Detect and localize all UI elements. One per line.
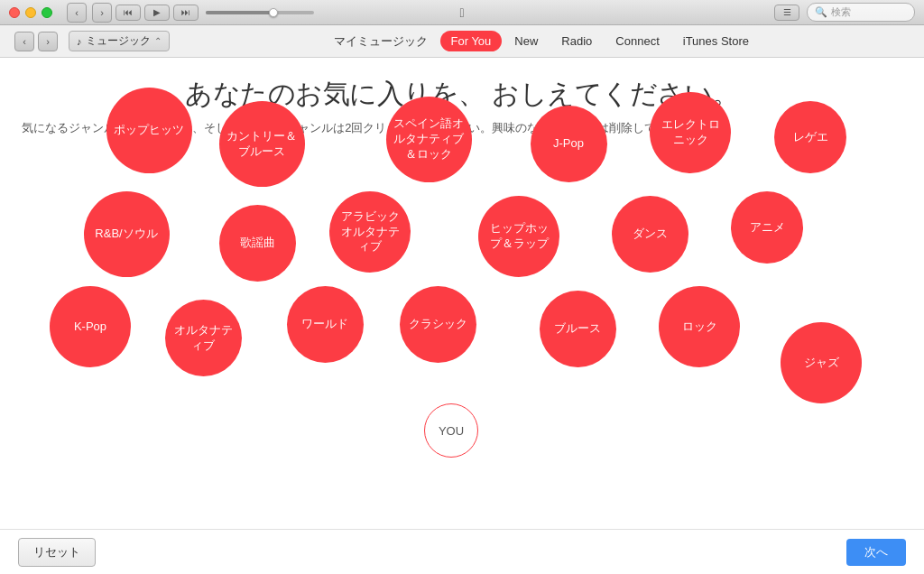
you-bubble[interactable]: YOU (424, 403, 478, 458)
genre-bubble-classic[interactable]: クラシック (400, 286, 476, 363)
traffic-lights (9, 7, 52, 18)
location-label: ミュージック (86, 33, 151, 49)
minimize-button[interactable] (25, 7, 36, 18)
search-input-wrap[interactable]: 🔍 検索 (807, 3, 915, 22)
location-bar[interactable]: ♪ ミュージック ⌃ (69, 31, 170, 51)
tab-connect[interactable]: Connect (605, 31, 670, 51)
rewind-button[interactable]: ⏮ (116, 5, 141, 21)
play-button[interactable]: ▶ (144, 5, 170, 21)
transport-controls: ⏮ ▶ ⏭ (116, 5, 199, 21)
next-button[interactable]: 次へ (846, 539, 906, 566)
toolbar: ‹ › ♪ ミュージック ⌃ マイミュージック For You New Radi… (0, 25, 924, 58)
tab-my-music[interactable]: マイミュージック (323, 30, 439, 53)
forward-button[interactable]: › (92, 3, 112, 23)
genre-bubble-pop-hits[interactable]: ポップヒッツ (106, 88, 192, 173)
genre-bubble-rnb-soul[interactable]: R&B/ソウル (84, 191, 170, 277)
genre-bubble-arabic-alt[interactable]: アラビックオルタナティブ (329, 191, 411, 273)
tab-radio[interactable]: Radio (550, 31, 603, 51)
genre-bubble-enka[interactable]: 歌謡曲 (219, 205, 296, 282)
music-icon: ♪ (77, 36, 82, 47)
progress-fill (206, 11, 271, 14)
genre-bubble-blues[interactable]: ブルース (540, 291, 616, 367)
genre-bubble-hiphop[interactable]: ヒップホップ＆ラップ (478, 196, 559, 277)
maximize-button[interactable] (42, 7, 52, 18)
fastforward-button[interactable]: ⏭ (173, 5, 199, 21)
tab-itunes-store[interactable]: iTunes Store (672, 31, 760, 51)
main-content: あなたのお気に入りを、 おしえてください。 気になるジャンルは1回クリック、そし… (0, 58, 924, 574)
genre-bubble-kpop[interactable]: K-Pop (50, 286, 131, 367)
search-input[interactable]: 検索 (831, 5, 851, 19)
bubbles-container: ポップヒッツカントリー＆ブルーススペイン語オルタナティブ＆ロックJ-Popエレク… (18, 151, 906, 530)
nav-controls: ‹ › (67, 3, 112, 23)
reset-button[interactable]: リセット (18, 538, 96, 567)
genre-bubble-electronic[interactable]: エレクトロニック (650, 92, 731, 173)
bottom-bar: リセット 次へ (0, 529, 924, 574)
genre-bubble-reggae[interactable]: レゲエ (774, 101, 846, 173)
genre-bubble-jazz[interactable]: ジャズ (781, 322, 862, 403)
search-box: ☰ 🔍 検索 (774, 3, 915, 22)
genre-bubble-country-blues[interactable]: カントリー＆ブルース (219, 101, 305, 187)
toolbar-forward-button[interactable]: › (38, 32, 58, 51)
genre-bubble-anime[interactable]: アニメ (731, 191, 803, 264)
titlebar: ‹ › ⏮ ▶ ⏭  ☰ 🔍 検索 (0, 0, 924, 25)
genre-bubble-rock[interactable]: ロック (659, 286, 740, 367)
genre-bubble-alternative[interactable]: オルタナティブ (165, 300, 242, 376)
tab-for-you[interactable]: For You (440, 31, 503, 51)
progress-knob[interactable] (269, 8, 278, 17)
tab-new[interactable]: New (504, 31, 549, 51)
back-button[interactable]: ‹ (67, 3, 87, 23)
apple-logo:  (459, 5, 464, 20)
search-icon: 🔍 (815, 6, 827, 18)
menu-button[interactable]: ☰ (774, 5, 799, 21)
nav-tabs: マイミュージック For You New Radio Connect iTune… (323, 30, 760, 53)
toolbar-back-button[interactable]: ‹ (14, 32, 34, 51)
progress-bar[interactable] (206, 11, 314, 14)
genre-bubble-world[interactable]: ワールド (287, 286, 364, 363)
genre-bubble-dance[interactable]: ダンス (612, 196, 688, 273)
genre-bubble-j-pop[interactable]: J-Pop (531, 106, 607, 182)
genre-bubble-spanish-alt[interactable]: スペイン語オルタナティブ＆ロック (386, 97, 472, 182)
chevron-icon: ⌃ (154, 36, 162, 46)
close-button[interactable] (9, 7, 20, 18)
